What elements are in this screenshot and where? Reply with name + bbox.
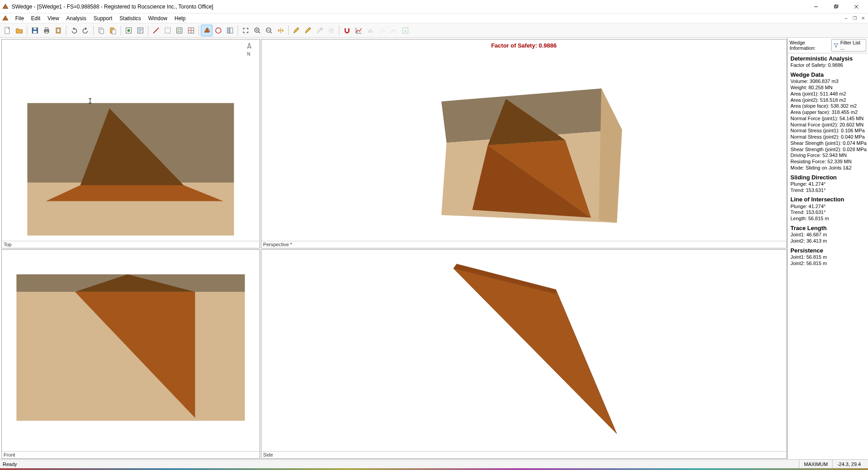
window-buttons <box>806 0 866 13</box>
info-weight: Weight: 80.258 MN <box>790 85 865 91</box>
svg-rect-61 <box>370 29 371 33</box>
svg-rect-10 <box>33 31 37 33</box>
info-trace-j2: Joint2: 36.413 m <box>790 238 865 244</box>
zoom-out-button[interactable] <box>263 25 275 36</box>
new-button[interactable] <box>2 25 13 36</box>
info-area-j1: Area (joint1): 511.448 m2 <box>790 91 865 97</box>
info-persist-j2: Joint2: 56.815 m <box>790 261 865 267</box>
mdi-close-button[interactable]: ✕ <box>859 15 867 22</box>
measure-button[interactable] <box>150 25 162 36</box>
zoom-in-button[interactable] <box>252 25 263 36</box>
save-button[interactable] <box>29 25 41 36</box>
copy-button[interactable] <box>95 25 107 36</box>
titlebar: SWedge - [SWedge1 - FS=0.988588 - Regist… <box>0 0 868 13</box>
wedge-info-title: Wedge Information: <box>790 40 829 51</box>
info-panel-button[interactable] <box>224 25 236 36</box>
svg-rect-19 <box>100 29 104 34</box>
menu-window[interactable]: Window <box>145 14 171 22</box>
svg-line-48 <box>270 32 272 33</box>
stereonet-button[interactable] <box>213 25 224 36</box>
pan-button[interactable] <box>275 25 286 36</box>
menubar: File Edit View Analysis Support Statisti… <box>0 13 868 23</box>
section-sliding-direction: Sliding Direction <box>790 174 865 181</box>
menu-statistics[interactable]: Statistics <box>116 14 145 22</box>
svg-rect-29 <box>165 28 170 33</box>
settings-tool-button[interactable] <box>326 25 337 36</box>
section-persistence: Persistence <box>790 247 865 254</box>
info-nstress-j2: Normal Stress (joint2): 0.040 MPa <box>790 134 865 140</box>
edit-bolt-button[interactable]: + <box>302 25 314 36</box>
undo-button[interactable] <box>68 25 80 36</box>
report-button[interactable] <box>135 25 146 36</box>
magnet-button[interactable] <box>341 25 353 36</box>
paste-button[interactable] <box>107 25 119 36</box>
svg-marker-0 <box>3 4 8 9</box>
viewport-front[interactable]: Front <box>1 249 260 459</box>
viewport-front-canvas[interactable] <box>2 250 260 451</box>
info-persist-j1: Joint1: 56.815 m <box>790 254 865 261</box>
window-title: SWedge - [SWedge1 - FS=0.988588 - Regist… <box>12 4 213 10</box>
svg-marker-68 <box>247 43 251 48</box>
section-wedge-data: Wedge Data <box>790 71 865 78</box>
chart-scatter-button[interactable] <box>376 25 388 36</box>
close-button[interactable] <box>846 0 866 13</box>
info-sstr-j2: Shear Strength (joint2): 0.028 MPa <box>790 147 865 153</box>
svg-rect-62 <box>372 31 373 33</box>
table-button[interactable] <box>185 25 197 36</box>
menu-analysis[interactable]: Analysis <box>63 14 90 22</box>
clipboard-button[interactable] <box>52 25 64 36</box>
svg-marker-84 <box>453 264 616 434</box>
svg-marker-16 <box>73 27 74 30</box>
select-button[interactable] <box>162 25 174 36</box>
chart-line-button[interactable] <box>353 25 365 36</box>
edit-tool-button[interactable] <box>291 25 302 36</box>
chart-dist-button[interactable] <box>388 25 399 36</box>
svg-rect-21 <box>112 30 116 34</box>
menu-help[interactable]: Help <box>171 14 189 22</box>
viewport-perspective-canvas[interactable] <box>261 39 786 241</box>
viewport-top-canvas[interactable]: N <box>2 39 260 241</box>
filter-list-label: Filter List ... <box>840 40 864 51</box>
grid-button[interactable] <box>174 25 185 36</box>
svg-marker-6 <box>3 16 8 20</box>
delete-tool-button[interactable] <box>314 25 326 36</box>
open-button[interactable] <box>13 25 25 36</box>
viewport-top[interactable]: N Top <box>1 39 260 248</box>
menu-support[interactable]: Support <box>90 14 116 22</box>
wedge-3d-button[interactable] <box>201 25 213 36</box>
svg-text:N: N <box>247 52 250 57</box>
menu-file[interactable]: File <box>12 14 27 22</box>
viewport-side[interactable]: Side <box>261 249 787 459</box>
zoom-extents-button[interactable] <box>240 25 252 36</box>
svg-rect-15 <box>57 29 60 32</box>
wedge-info-content[interactable]: Deterministic Analysis Factor of Safety:… <box>788 53 868 459</box>
info-nforce-j2: Normal Force (joint2): 20.602 MN <box>790 122 865 128</box>
svg-point-57 <box>330 30 332 31</box>
filter-list-button[interactable]: Filter List ... <box>831 39 866 52</box>
menu-edit[interactable]: Edit <box>27 14 44 22</box>
svg-rect-12 <box>45 28 48 30</box>
svg-point-40 <box>216 28 221 33</box>
export-excel-button[interactable]: X <box>399 25 411 36</box>
print-button[interactable] <box>41 25 52 36</box>
svg-rect-30 <box>177 28 182 33</box>
compute-button[interactable] <box>123 25 135 36</box>
mdi-minimize-button[interactable]: ‒ <box>842 15 850 22</box>
maximize-button[interactable] <box>826 0 846 13</box>
svg-rect-60 <box>368 30 369 33</box>
chart-bar-button[interactable] <box>365 25 376 36</box>
viewport-side-canvas[interactable] <box>261 250 786 451</box>
svg-marker-50 <box>294 27 299 33</box>
minimize-button[interactable] <box>806 0 826 13</box>
wedge-info-header: Wedge Information: Filter List ... <box>788 38 868 53</box>
svg-point-65 <box>383 30 385 31</box>
info-sliding-plunge: Plunge: 41.274° <box>790 181 865 187</box>
menu-view[interactable]: View <box>44 14 63 22</box>
mdi-restore-button[interactable]: ❐ <box>851 15 859 22</box>
viewport-perspective[interactable]: Factor of Safety: 0.9886 Perspective * <box>261 39 787 248</box>
svg-line-44 <box>259 32 260 33</box>
toolbar: + X <box>0 23 868 38</box>
info-volume: Volume: 3086.837 m3 <box>790 78 865 85</box>
redo-button[interactable] <box>80 25 91 36</box>
info-nforce-j1: Normal Force (joint1): 54.145 MN <box>790 116 865 122</box>
